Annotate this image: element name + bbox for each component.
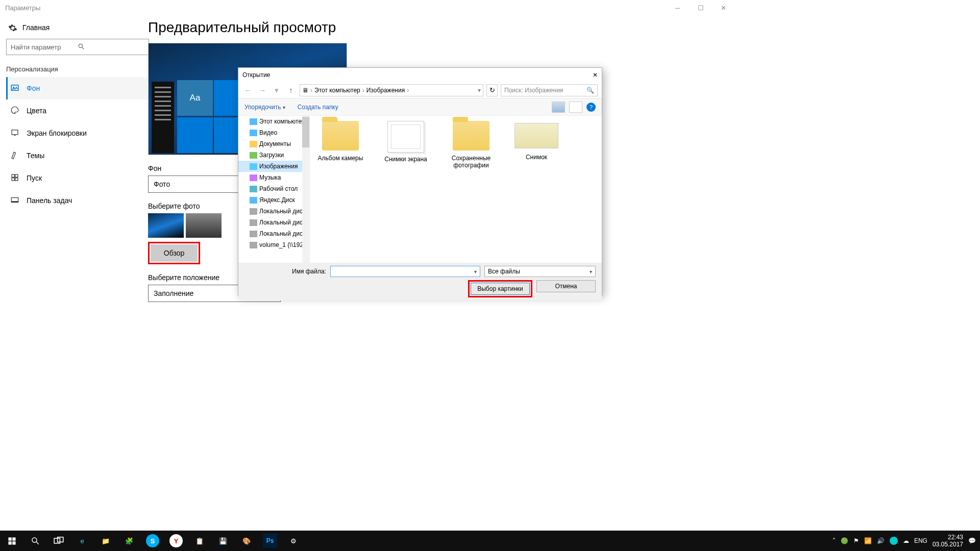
folder-icon [250,186,257,192]
file-item[interactable]: Снимок [513,121,560,258]
tree-node[interactable]: Яндекс.Диск [238,194,309,206]
fit-value: Заполнение [154,289,193,297]
tree-node[interactable]: Рабочий стол [238,183,309,194]
address-dropdown[interactable]: ▾ [478,87,481,94]
refresh-button[interactable]: ↻ [486,84,498,96]
folder-icon [250,208,257,215]
folder-icon [250,174,257,181]
maximize-button[interactable]: ☐ [689,0,712,15]
sidebar-item-background[interactable]: Фон [6,77,148,99]
nav-up-button[interactable]: ↑ [285,86,297,94]
breadcrumb-item[interactable]: Изображения [366,87,405,94]
breadcrumb-item[interactable]: Этот компьютер [314,87,360,94]
photo-thumb[interactable] [148,213,184,238]
tree-node[interactable]: Музыка [238,172,309,183]
search-placeholder: Найти параметр [11,43,78,51]
background-value: Фото [154,180,170,188]
filename-label: Имя файла: [244,268,326,275]
folder-icon [250,231,257,237]
svg-point-0 [79,44,82,47]
sidebar-home-label: Главная [22,23,50,32]
filename-input[interactable]: ▾ [330,266,480,277]
sidebar-item-themes[interactable]: Темы [6,144,148,167]
sidebar: Главная Найти параметр Персонализация Фо… [0,15,148,393]
file-open-dialog: Открытие ✕ ← → ▾ ↑ 🖥 › Этот компьютер › … [238,67,602,296]
dialog-search-input[interactable]: Поиск: Изображения 🔍 [501,84,598,96]
file-item-label: Альбом камеры [317,155,364,162]
tree-node-label: Загрузки [259,152,284,159]
svg-rect-8 [12,178,14,180]
folder-icon [250,141,257,147]
file-filter-dropdown[interactable]: Все файлы▾ [484,266,596,277]
photo-thumb[interactable] [186,213,222,238]
picture-icon [10,83,19,94]
file-list[interactable]: Альбом камерыСнимки экранаСохраненные фо… [310,116,602,263]
tree-node[interactable]: Видео [238,127,309,138]
folder-icon [250,130,257,136]
nav-back-button[interactable]: ← [242,86,254,94]
svg-rect-5 [14,135,16,136]
organize-button[interactable]: Упорядочить ▾ [244,104,285,111]
folder-icon [322,121,359,151]
palette-icon [10,106,19,116]
titlebar: Параметры ─ ☐ ✕ [0,0,735,15]
nav-recent-button[interactable]: ▾ [271,86,282,95]
tree-node[interactable]: Этот компьютер [238,116,309,127]
breadcrumb-sep: › [309,87,313,94]
new-folder-button[interactable]: Создать папку [298,104,338,111]
address-bar[interactable]: 🖥 › Этот компьютер › Изображения › ▾ [300,84,483,96]
start-icon [10,173,19,184]
tree-node[interactable]: volume_1 (\\192 [238,239,309,251]
svg-rect-4 [12,130,18,134]
tree-scrollbar[interactable] [302,116,309,263]
dialog-title: Открытие [242,71,593,79]
tree-node[interactable]: Документы [238,138,309,149]
tree-node[interactable]: Изображения [238,161,309,172]
svg-rect-9 [15,178,18,180]
svg-line-1 [82,47,84,49]
sidebar-home[interactable]: Главная [6,20,148,39]
browse-button[interactable]: Обзор [151,244,198,262]
file-item[interactable]: Сохраненные фотографии [448,121,495,258]
tree-node-label: Локальный диск [259,208,305,215]
tree-node-label: Локальный диск [259,230,305,237]
tree-node-label: Видео [259,129,277,136]
dialog-close-button[interactable]: ✕ [593,71,598,79]
folder-icon [250,197,257,204]
folder-icon [250,242,257,248]
sidebar-item-colors[interactable]: Цвета [6,99,148,122]
breadcrumb-sep: › [361,87,365,94]
open-button[interactable]: Выбор картинки [471,283,530,295]
help-button[interactable]: ? [586,103,596,112]
file-item-label: Снимок [513,154,560,161]
search-input[interactable]: Найти параметр [6,39,149,55]
tree-node[interactable]: Локальный диск [238,228,309,239]
highlight-open: Выбор картинки [468,280,532,297]
window-title: Параметры [5,4,40,12]
minimize-button[interactable]: ─ [666,0,689,15]
sidebar-item-start[interactable]: Пуск [6,167,148,189]
file-item[interactable]: Снимки экрана [382,121,429,258]
svg-rect-7 [15,174,18,177]
sidebar-item-lockscreen[interactable]: Экран блокировки [6,122,148,144]
cancel-button[interactable]: Отмена [536,280,596,292]
preview-pane-button[interactable] [569,102,582,113]
folder-icon [250,219,257,226]
view-mode-button[interactable] [552,102,565,113]
tree-node-label: Яндекс.Диск [259,196,295,204]
taskbar-icon [10,195,19,206]
tree-node[interactable]: Локальный диск [238,217,309,228]
sidebar-item-taskbar[interactable]: Панель задач [6,189,148,212]
folder-tree[interactable]: Этот компьютерВидеоДокументыЗагрузкиИзоб… [238,116,310,263]
tree-node[interactable]: Локальный диск [238,206,309,217]
file-item[interactable]: Альбом камеры [317,121,364,258]
folder-icon [387,121,424,153]
tree-node[interactable]: Загрузки [238,149,309,161]
image-thumbnail [514,123,558,148]
nav-forward-button: → [257,86,268,94]
close-button[interactable]: ✕ [712,0,735,15]
sidebar-item-label: Пуск [27,174,42,182]
search-icon [78,43,144,52]
themes-icon [10,151,19,161]
folder-icon [453,121,489,151]
